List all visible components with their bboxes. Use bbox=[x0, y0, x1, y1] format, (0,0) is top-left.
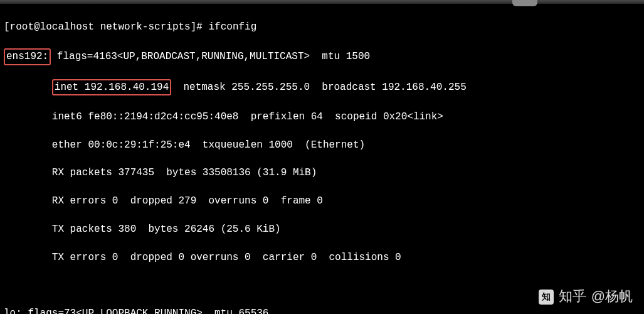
indent bbox=[4, 224, 52, 235]
zhihu-icon: 知 bbox=[539, 290, 554, 305]
prompt-at: @ bbox=[34, 21, 40, 33]
prompt-host: localhost bbox=[40, 21, 94, 33]
indent bbox=[4, 167, 52, 178]
watermark: 知 知乎 @杨帆 bbox=[539, 287, 633, 306]
iface1-ether: ether 00:0c:29:1f:25:e4 txqueuelen 1000 … bbox=[52, 139, 365, 151]
prompt-close: ]# bbox=[191, 21, 209, 33]
prompt-user: root bbox=[10, 21, 34, 33]
iface1-txp: TX packets 380 bytes 26246 (25.6 KiB) bbox=[52, 224, 281, 235]
prompt-open: [ bbox=[4, 21, 10, 33]
iface1-rxe: RX errors 0 dropped 279 overruns 0 frame… bbox=[52, 195, 323, 207]
indent bbox=[4, 252, 52, 263]
iface1-txe: TX errors 0 dropped 0 overruns 0 carrier… bbox=[52, 252, 401, 263]
window-titlebar bbox=[0, 0, 644, 4]
iface1-inet-rest: netmask 255.255.255.0 broadcast 192.168.… bbox=[171, 82, 466, 93]
watermark-brand: 知乎 bbox=[559, 287, 586, 306]
iface2-header: lo: flags=73<UP,LOOPBACK,RUNNING> mtu 65… bbox=[4, 308, 268, 314]
prompt-cwd: network-scripts bbox=[100, 21, 191, 33]
indent bbox=[4, 139, 52, 151]
window-handle[interactable] bbox=[512, 0, 537, 6]
indent bbox=[4, 82, 52, 93]
command-text: ifconfig bbox=[209, 21, 257, 33]
iface1-inet6: inet6 fe80::2194:d2c4:cc95:40e8 prefixle… bbox=[52, 111, 443, 122]
indent bbox=[4, 195, 52, 207]
highlight-inet-address: inet 192.168.40.194 bbox=[52, 79, 171, 95]
highlight-interface-name: ens192: bbox=[4, 48, 51, 65]
watermark-author: @杨帆 bbox=[591, 287, 633, 306]
iface1-rxp: RX packets 377435 bytes 33508136 (31.9 M… bbox=[52, 167, 317, 178]
indent bbox=[4, 111, 52, 122]
iface1-flags: flags=4163<UP,BROADCAST,RUNNING,MULTICAS… bbox=[57, 51, 370, 62]
terminal-output[interactable]: [root@localhost network-scripts]# ifconf… bbox=[0, 4, 644, 314]
